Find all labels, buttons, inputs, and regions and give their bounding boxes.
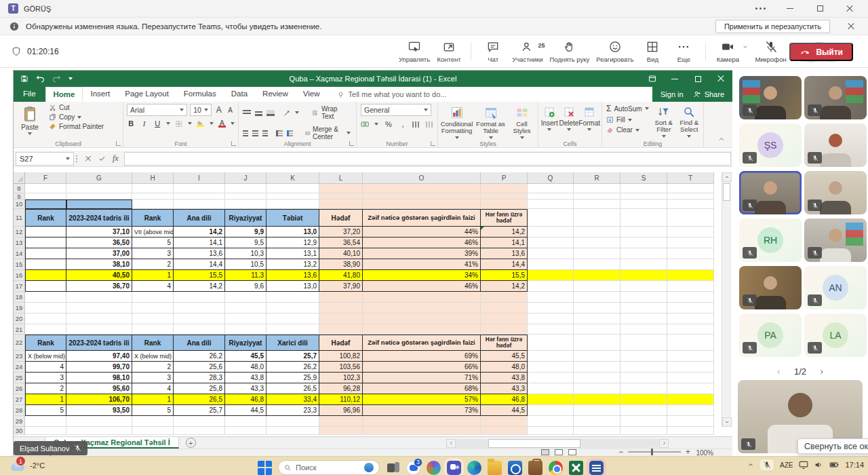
taskbar-loop-icon[interactable] <box>427 461 441 475</box>
cell-J15[interactable]: 10,5 <box>225 259 267 270</box>
cell-R8[interactable] <box>574 184 620 193</box>
cell-F9[interactable] <box>25 193 66 200</box>
cell-J10[interactable] <box>225 200 267 209</box>
row-header-27[interactable]: 27 <box>14 394 25 405</box>
cell-F14[interactable] <box>25 248 66 259</box>
cell-T21[interactable] <box>667 324 714 335</box>
volume-icon[interactable] <box>814 461 823 469</box>
participant-tile-video-6[interactable] <box>804 171 867 214</box>
taskbar-work-icon[interactable] <box>528 461 542 475</box>
cell-O15[interactable]: 41% <box>363 259 481 270</box>
cell-T14[interactable] <box>667 248 714 259</box>
align-top-icon[interactable] <box>243 110 251 116</box>
cell-O30[interactable] <box>363 427 481 435</box>
cell-O18[interactable] <box>363 292 481 303</box>
cell-G13[interactable]: 36,50 <box>66 238 132 248</box>
cell-K18[interactable] <box>267 292 319 303</box>
cell-P10[interactable] <box>481 200 528 209</box>
cell-K16[interactable]: 13,6 <box>267 270 319 281</box>
align-bottom-icon[interactable] <box>267 110 275 116</box>
cell-H21[interactable] <box>132 324 174 335</box>
cell-P18[interactable] <box>481 292 528 303</box>
fill-color-button[interactable] <box>197 120 205 127</box>
cell-O23[interactable]: 69% <box>363 351 481 362</box>
column-header-J[interactable]: J <box>225 172 267 184</box>
cell-Q25[interactable] <box>528 373 574 383</box>
taskbar-weather-widget[interactable]: 1 -2°C <box>9 459 45 472</box>
row-header-11[interactable]: 11 <box>14 209 25 227</box>
cell-G11[interactable]: 2023-2024 tədris ili <box>66 209 132 227</box>
cell-S8[interactable] <box>620 184 667 193</box>
cell-Q30[interactable] <box>528 427 574 435</box>
cell-J11[interactable]: Riyaziyyat <box>225 209 267 227</box>
cell-R26[interactable] <box>574 383 620 394</box>
cell-G29[interactable] <box>66 416 132 427</box>
cell-F13[interactable] <box>25 238 66 248</box>
cell-P29[interactable] <box>481 416 528 427</box>
cell-P21[interactable] <box>481 324 528 335</box>
cell-O24[interactable]: 66% <box>363 362 481 373</box>
cell-I22[interactable]: Ana dili <box>174 335 225 351</box>
cell-J28[interactable]: 44,5 <box>225 405 267 416</box>
cell-H17[interactable]: 4 <box>132 281 174 292</box>
cell-L20[interactable] <box>319 314 363 324</box>
column-header-O[interactable]: O <box>363 172 481 184</box>
column-header-G[interactable]: G <box>66 172 132 184</box>
zoom-out-button[interactable]: − <box>618 449 623 455</box>
normal-view-icon[interactable] <box>541 449 549 455</box>
cell-S22[interactable] <box>620 335 667 351</box>
number-format-select[interactable]: General <box>361 104 431 116</box>
cell-Q8[interactable] <box>528 184 574 193</box>
row-header-26[interactable]: 26 <box>14 383 25 394</box>
cell-I30[interactable] <box>174 427 225 435</box>
cell-G14[interactable]: 37,00 <box>66 248 132 259</box>
cell-P16[interactable]: 15,5 <box>481 270 528 281</box>
cell-S17[interactable] <box>620 281 667 292</box>
page-layout-view-icon[interactable] <box>555 449 563 455</box>
cell-L12[interactable]: 37,20 <box>319 227 363 238</box>
row-header-12[interactable]: 12 <box>14 227 25 238</box>
control-camera[interactable]: Камера <box>712 40 743 63</box>
redo-icon[interactable] <box>52 75 61 83</box>
zoom-in-button[interactable]: + <box>686 449 690 455</box>
cell-S9[interactable] <box>620 193 667 200</box>
taskbar-chat-icon[interactable]: 3 <box>406 461 420 475</box>
cell-H11[interactable]: Rank <box>132 209 174 227</box>
cell-Q12[interactable] <box>528 227 574 238</box>
excel-close-button[interactable] <box>716 74 726 83</box>
cell-I10[interactable] <box>174 200 225 209</box>
cell-P9[interactable] <box>481 193 528 200</box>
cell-R23[interactable] <box>574 351 620 362</box>
cell-F21[interactable] <box>25 324 66 335</box>
cell-K19[interactable] <box>267 303 319 314</box>
column-header-H[interactable]: H <box>132 172 174 184</box>
page-next-icon[interactable] <box>818 368 825 376</box>
cell-K9[interactable] <box>267 193 319 200</box>
taskbar-word-icon[interactable] <box>589 461 604 475</box>
cell-Q27[interactable] <box>528 394 574 405</box>
cell-S28[interactable] <box>620 405 667 416</box>
excel-minimize-button[interactable] <box>670 74 679 83</box>
cell-G28[interactable]: 93,50 <box>66 405 132 416</box>
zoom-slider[interactable] <box>628 451 681 453</box>
borders-icon[interactable] <box>175 119 183 128</box>
cell-S13[interactable] <box>620 238 667 248</box>
cell-Q22[interactable] <box>528 335 574 351</box>
cell-K15[interactable]: 13,2 <box>267 259 319 270</box>
window-close-button[interactable] <box>845 4 854 14</box>
cell-S25[interactable] <box>620 373 667 383</box>
cell-Q14[interactable] <box>528 248 574 259</box>
cell-O27[interactable]: 57% <box>363 394 481 405</box>
ribbon-tab-data[interactable]: Data <box>224 87 255 102</box>
cell-O17[interactable]: 46% <box>363 281 481 292</box>
cell-I18[interactable] <box>174 292 225 303</box>
cell-L23[interactable]: 100,82 <box>319 351 363 362</box>
row-header-18[interactable]: 18 <box>14 292 25 303</box>
participant-tile-AN[interactable]: AN <box>804 266 867 309</box>
cell-R12[interactable] <box>574 227 620 238</box>
participant-tile-video-9[interactable] <box>739 266 802 309</box>
cell-L29[interactable] <box>319 416 363 427</box>
cell-L11[interactable]: Hədəf <box>319 209 363 227</box>
cell-K27[interactable]: 33,4 <box>267 394 319 405</box>
cell-T11[interactable] <box>667 209 714 227</box>
